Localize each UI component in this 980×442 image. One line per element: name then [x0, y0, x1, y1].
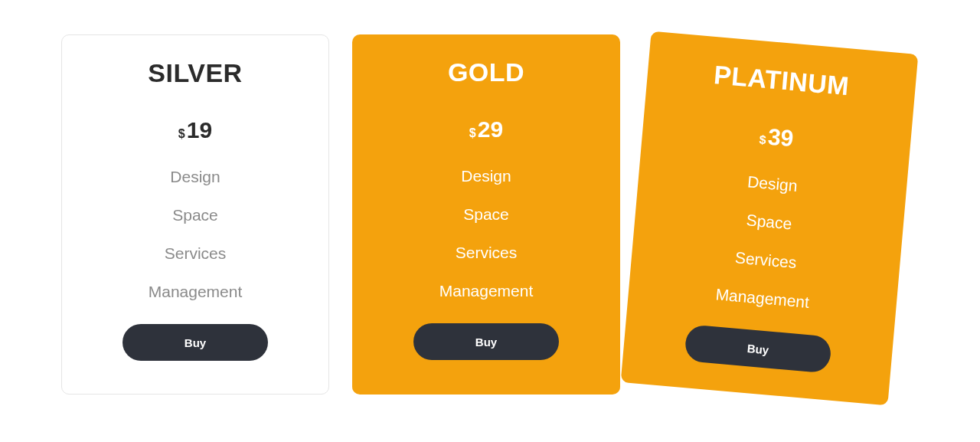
pricing-container: SILVER $19 Design Space Services Managem… [61, 34, 919, 395]
feature-item: Design [653, 165, 891, 204]
currency-symbol: $ [759, 133, 766, 146]
feature-item: Space [77, 206, 313, 224]
feature-item: Management [77, 283, 313, 301]
feature-item: Space [368, 205, 605, 224]
price-value: 19 [187, 117, 212, 142]
price-value: 39 [767, 123, 795, 151]
buy-button[interactable]: Buy [413, 323, 559, 360]
price: $39 [657, 114, 896, 161]
price: $29 [368, 116, 605, 142]
feature-item: Design [368, 167, 605, 185]
feature-list: Design Space Services Management [77, 168, 313, 301]
pricing-card-silver: SILVER $19 Design Space Services Managem… [61, 34, 329, 395]
price: $19 [77, 117, 313, 143]
feature-list: Design Space Services Management [368, 167, 605, 300]
currency-symbol: $ [469, 126, 476, 139]
price-value: 29 [478, 116, 503, 142]
tier-title: GOLD [368, 57, 605, 87]
feature-item: Space [650, 203, 888, 242]
tier-title: PLATINUM [662, 55, 901, 106]
buy-button[interactable]: Buy [122, 324, 268, 361]
feature-item: Management [643, 279, 881, 318]
feature-item: Services [368, 244, 605, 262]
pricing-card-platinum: PLATINUM $39 Design Space Services Manag… [621, 31, 919, 406]
tier-title: SILVER [77, 58, 313, 88]
pricing-card-gold: GOLD $29 Design Space Services Managemen… [352, 34, 620, 395]
feature-item: Services [77, 244, 313, 263]
currency-symbol: $ [178, 127, 185, 140]
buy-button[interactable]: Buy [684, 324, 831, 373]
feature-item: Management [368, 282, 605, 300]
feature-item: Services [647, 241, 885, 280]
feature-item: Design [77, 168, 313, 186]
feature-list: Design Space Services Management [643, 165, 891, 318]
